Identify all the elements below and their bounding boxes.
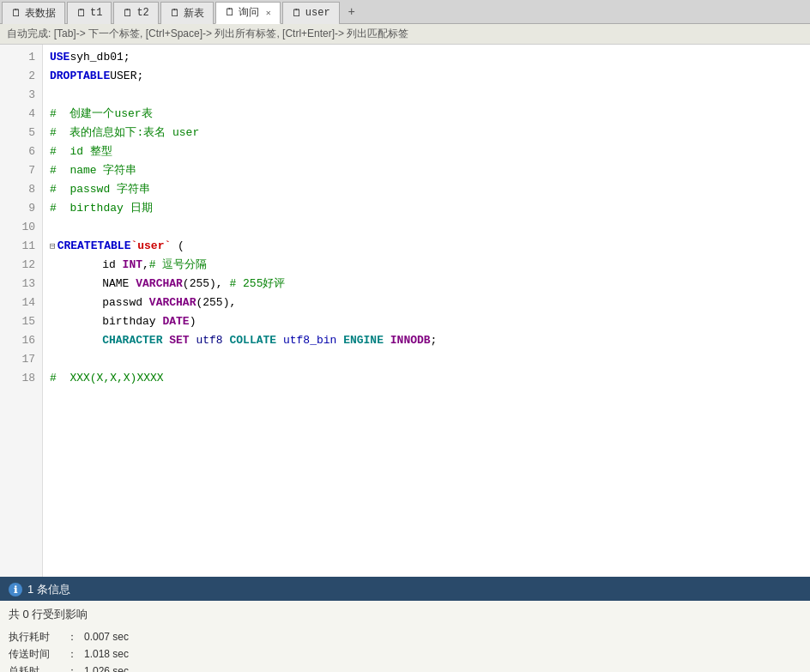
hint-bar: 自动完成: [Tab]-> 下一个标签, [Ctrl+Space]-> 列出所有… [0, 24, 810, 45]
line-num-18: 18 [0, 369, 42, 388]
code-line-10 [50, 218, 810, 237]
line-num-12: 12 [0, 256, 42, 275]
tab-icon-biaoshuju: 🗒 [11, 7, 21, 20]
stat-row-1: 传送时间：1.018 sec [9, 646, 801, 663]
code-line-14: passwd VARCHAR(255), [50, 294, 810, 312]
code-line-17 [50, 350, 810, 369]
semicolon: ; [431, 331, 438, 350]
paren-open: ( [171, 237, 184, 256]
comment-12: # 逗号分隔 [149, 256, 208, 275]
line-numbers: 123456789101112131415161718 [0, 45, 43, 577]
line-num-4: 4 [0, 105, 42, 124]
table-user: USER; [110, 67, 143, 86]
space-utf8 [190, 331, 196, 350]
line-num-7: 7 [0, 161, 42, 180]
kw-collate: COLLATE [230, 331, 277, 350]
stat-value-1: 1.018 sec [84, 646, 129, 663]
stat-label-1: 传送时间 [9, 646, 60, 663]
line-num-14: 14 [0, 294, 42, 312]
val-utf8: utf8 [196, 331, 222, 350]
stat-row-0: 执行耗时：0.007 sec [9, 629, 801, 645]
tab-close-query[interactable]: ✕ [266, 8, 271, 18]
indent-13 [76, 275, 102, 294]
comment-text: # 表的信息如下:表名 user [50, 124, 199, 142]
line-num-17: 17 [0, 350, 42, 369]
tab-add-button[interactable]: + [342, 2, 362, 22]
tab-query[interactable]: 🗒 询问 ✕ [215, 2, 281, 24]
code-line-3 [50, 86, 810, 105]
comma: , [142, 256, 149, 275]
set-word [162, 331, 169, 350]
comment-text: # birthday 日期 [50, 199, 153, 218]
kw-drop: DROP [50, 67, 76, 86]
line-num-6: 6 [0, 142, 42, 161]
code-line-1: USE syh_db01; [50, 48, 810, 67]
kw-varchar-passwd: VARCHAR [149, 294, 196, 312]
size-passwd: (255), [196, 294, 236, 312]
line-num-10: 10 [0, 218, 42, 237]
kw-varchar-name: VARCHAR [136, 275, 183, 294]
info-body: 共 0 行受到影响 执行耗时：0.007 sec传送时间：1.018 sec总耗… [0, 601, 810, 672]
rows-affected-row: 共 0 行受到影响 [9, 606, 801, 624]
code-line-12: id INT,# 逗号分隔 [50, 256, 810, 275]
tab-label-biaoshuju: 表数据 [25, 6, 56, 21]
code-area[interactable]: USE syh_db01;DROP TABLE USER; # 创建一个user… [43, 45, 810, 577]
kw-create: CREATE [57, 237, 98, 256]
kw-table2: TABLE [97, 237, 130, 256]
db-name: syh_db01; [70, 48, 130, 67]
kw-use: USE [50, 48, 70, 67]
tab-label-user: user [305, 7, 330, 19]
comment-13: # 255好评 [229, 275, 285, 294]
comment-text: # XXX(X,X,X)XXXX [50, 369, 164, 388]
stat-sep-0: ： [67, 629, 77, 645]
code-line-18: # XXX(X,X,X)XXXX [50, 369, 810, 388]
indent-14: passwd [76, 294, 149, 312]
indent-15: birthday [76, 312, 162, 331]
kw-date: DATE [162, 312, 189, 331]
tab-biaoshuju[interactable]: 🗒 表数据 [2, 2, 65, 24]
code-line-2: DROP TABLE USER; [50, 67, 810, 86]
comment-text: # id 整型 [50, 142, 112, 161]
code-line-4: # 创建一个user表 [50, 105, 810, 124]
tab-icon-t2: 🗒 [123, 7, 133, 20]
comment-text: # name 字符串 [50, 161, 136, 180]
tab-user[interactable]: 🗒 user [282, 2, 340, 24]
comment-text: # passwd 字符串 [50, 180, 150, 199]
stat-value-2: 1.026 sec [84, 663, 129, 672]
tab-t2[interactable]: 🗒 t2 [113, 2, 158, 24]
bottom-panel: ℹ 1 条信息 共 0 行受到影响 执行耗时：0.007 sec传送时间：1.0… [0, 577, 810, 672]
space-engine [336, 331, 343, 350]
tab-icon-t1: 🗒 [76, 7, 87, 20]
fold-marker-11[interactable]: ⊟ [50, 237, 56, 256]
line-num-9: 9 [0, 199, 42, 218]
tab-icon-xin: 🗒 [170, 7, 180, 20]
code-line-13: NAME VARCHAR(255), # 255好评 [50, 275, 810, 294]
tab-label-query: 询问 [239, 5, 259, 20]
tab-xin[interactable]: 🗒 新表 [160, 2, 214, 24]
line-num-3: 3 [0, 86, 42, 105]
kw-character: CHARACTER [102, 331, 162, 350]
space-innodb [384, 331, 390, 350]
line-num-8: 8 [0, 180, 42, 199]
tab-t1[interactable]: 🗒 t1 [67, 2, 112, 24]
code-line-5: # 表的信息如下:表名 user [50, 124, 810, 142]
code-line-15: birthday DATE) [50, 312, 810, 331]
indent-16 [76, 331, 102, 350]
info-icon: ℹ [9, 583, 22, 596]
code-line-6: # id 整型 [50, 142, 810, 161]
tab-icon-query: 🗒 [225, 6, 235, 19]
line-num-15: 15 [0, 312, 42, 331]
kw-int: INT [123, 256, 142, 275]
code-line-11: ⊟CREATE TABLE `user` ( [50, 237, 810, 256]
comment-text: # 创建一个user表 [50, 105, 153, 124]
stat-label-0: 执行耗时 [9, 629, 60, 645]
tab-bar: 🗒 表数据 🗒 t1 🗒 t2 🗒 新表 🗒 询问 ✕ 🗒 user + [0, 0, 810, 24]
stat-sep-1: ： [67, 646, 77, 663]
val-collate: utf8_bin [283, 331, 336, 350]
line-num-2: 2 [0, 67, 42, 86]
code-line-16: CHARACTER SET utf8 COLLATE utf8_bin ENGI… [50, 331, 810, 350]
col-name: NAME [102, 275, 136, 294]
col-id-indent: id [76, 256, 123, 275]
space-utf8bin [276, 331, 283, 350]
tab-label-t1: t1 [90, 7, 102, 19]
